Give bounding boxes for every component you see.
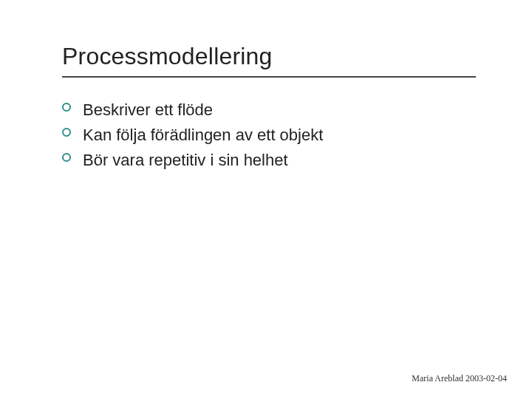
list-item: Bör vara repetitiv i sin helhet	[62, 149, 488, 172]
circle-bullet-icon	[62, 128, 71, 137]
bullet-text: Bör vara repetitiv i sin helhet	[83, 151, 288, 169]
slide-title: Processmodellering	[62, 43, 488, 70]
footer-credit: Maria Areblad 2003-02-04	[412, 373, 507, 384]
list-item: Kan följa förädlingen av ett objekt	[62, 123, 488, 147]
bullet-text: Beskriver ett flöde	[83, 100, 213, 119]
slide: Processmodellering Beskriver ett flöde K…	[0, 0, 532, 399]
circle-bullet-icon	[62, 103, 71, 112]
title-underline	[62, 76, 476, 78]
bullet-text: Kan följa förädlingen av ett objekt	[83, 126, 323, 144]
bullet-list: Beskriver ett flöde Kan följa förädlinge…	[62, 98, 488, 172]
circle-bullet-icon	[62, 153, 71, 162]
list-item: Beskriver ett flöde	[62, 98, 488, 122]
